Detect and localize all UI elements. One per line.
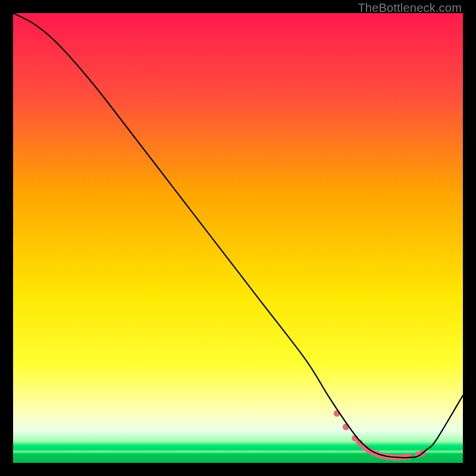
chart-svg — [13, 13, 463, 463]
outer-frame: TheBottleneck.com — [0, 0, 476, 476]
chart-area — [13, 13, 463, 463]
data-marker — [406, 453, 412, 460]
gradient-background — [13, 13, 463, 463]
